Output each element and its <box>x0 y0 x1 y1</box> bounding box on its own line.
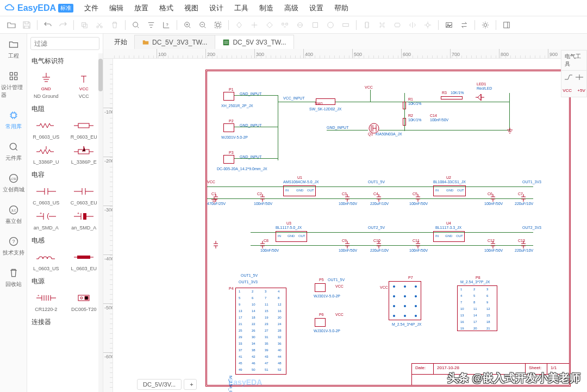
scrollbar-thumb[interactable] <box>98 59 103 91</box>
component-item-cap[interactable]: C_0603_EU <box>65 183 103 208</box>
undo-icon[interactable] <box>41 18 55 32</box>
save-icon[interactable] <box>20 18 34 32</box>
component-item-pot[interactable]: L_3386P_E <box>65 142 103 167</box>
menu-view[interactable]: 视图 <box>180 1 203 15</box>
component-item-power[interactable]: +CR1220-2 <box>27 289 65 314</box>
zoom-out-icon[interactable] <box>196 18 210 32</box>
menu-settings[interactable]: 设置 <box>305 1 328 15</box>
tool-icon[interactable] <box>247 18 261 32</box>
pin-number: 47 <box>265 362 268 365</box>
net-icon[interactable] <box>575 74 584 80</box>
component-name: L_3386P_E <box>71 159 97 165</box>
component-item-pot[interactable]: L_3386P_U <box>27 142 65 167</box>
tool-icon[interactable] <box>278 18 292 32</box>
component-item-gnd[interactable]: GNDND Ground <box>27 69 65 101</box>
menu-help[interactable]: 帮助 <box>330 1 353 15</box>
tool-icon[interactable] <box>360 18 374 32</box>
pin-number: 30 <box>252 335 255 339</box>
component-item-inductor[interactable]: L_0603_US <box>27 248 65 273</box>
component-item-cap[interactable]: +an_SMD_A <box>27 208 65 233</box>
fit-icon[interactable] <box>211 18 225 32</box>
component-item-inductor[interactable]: L_0603_EU <box>65 248 103 273</box>
copy-icon[interactable] <box>77 18 91 32</box>
tab-start[interactable]: 开始 <box>107 35 135 49</box>
component-name: an_SMD_A <box>34 225 59 231</box>
component-name: C_0603_EU <box>71 200 97 206</box>
nav-support[interactable]: ?技术支持 <box>0 231 27 262</box>
redo-icon[interactable] <box>56 18 70 32</box>
pin-number: 18 <box>252 316 255 319</box>
component-item-cap[interactable]: +an_SMD_A <box>65 208 103 233</box>
tool-icon[interactable] <box>232 18 246 32</box>
menu-tools[interactable]: 工具 <box>230 1 253 15</box>
component-item-resistor[interactable]: R_0603_EU <box>65 117 103 142</box>
nav-design-manager[interactable]: 设计管理器 <box>0 65 27 104</box>
mosfet-icon <box>368 122 380 134</box>
partval: 100nF/50V <box>484 202 503 206</box>
filter-icon[interactable] <box>144 18 158 32</box>
menu-place[interactable]: 放置 <box>130 1 153 15</box>
tool-icon[interactable] <box>375 18 389 32</box>
svg-rect-0 <box>82 22 86 26</box>
cut-icon[interactable] <box>92 18 107 32</box>
pin-number: 3 <box>265 290 266 293</box>
menu-format[interactable]: 格式 <box>155 1 178 15</box>
tool-icon[interactable] <box>263 18 277 32</box>
tool-icon[interactable] <box>390 18 404 32</box>
component-item-cap[interactable]: C_0603_US <box>27 183 65 208</box>
schematic-canvas[interactable]: P1 GND_INPUT XH_2501R_2P_JX P2 GND_INPUT… <box>113 59 587 392</box>
gear-icon[interactable] <box>478 18 492 32</box>
query-icon[interactable]: ? <box>159 18 173 32</box>
partval: 220uF/10V <box>370 248 389 252</box>
tool-icon[interactable] <box>308 18 322 32</box>
pin-number: 28 <box>278 329 282 332</box>
open-icon[interactable] <box>4 18 18 32</box>
tool-icon[interactable] <box>339 18 353 32</box>
zoom-in-icon[interactable] <box>180 18 195 32</box>
pin-number: 12 <box>278 303 282 306</box>
tool-icon[interactable] <box>405 18 420 32</box>
menu-advanced[interactable]: 高级 <box>280 1 303 15</box>
pin-number: 46 <box>252 362 255 365</box>
scrollbar[interactable] <box>98 53 103 392</box>
menu-design[interactable]: 设计 <box>205 1 228 15</box>
add-sheet-button[interactable]: + <box>184 379 197 390</box>
component-list[interactable]: 电气标识符 GNDND Ground VCCVCC 电阻 R_0603_US R… <box>27 53 103 392</box>
tool-icon[interactable] <box>323 18 338 32</box>
tool-icon[interactable] <box>421 18 435 32</box>
filter-input[interactable] <box>30 37 99 50</box>
nav-trash[interactable]: 回收站 <box>0 262 27 294</box>
tab-file-schematic[interactable]: DC_5V 3V3_TW... <box>215 35 294 49</box>
pin-number: 20 <box>473 327 477 330</box>
flyout-vcc[interactable]: VCC <box>563 88 572 93</box>
electrical-tools-flyout[interactable]: 电气工具 VCC +5V <box>561 50 587 97</box>
delete-icon[interactable] <box>108 18 122 32</box>
nav-component-lib[interactable]: 元件库 <box>0 136 27 167</box>
nav-common-lib[interactable]: 常用库 <box>0 104 27 136</box>
component-item-power[interactable]: DC005-T20 <box>65 289 103 314</box>
nav-project[interactable]: 工程 <box>0 34 27 65</box>
menu-edit[interactable]: 编辑 <box>105 1 128 15</box>
pin-number: 6 <box>252 296 253 300</box>
ref: R3 <box>442 91 447 95</box>
switch <box>316 98 335 105</box>
nav-jlc[interactable]: JLC嘉立创 <box>0 199 27 231</box>
flyout-5v[interactable]: +5V <box>577 88 585 93</box>
sheet-tab[interactable]: DC_5V/3V... <box>137 379 182 390</box>
nav-lcsc[interactable]: LCSC立创商城 <box>0 167 27 199</box>
swap-icon[interactable] <box>457 18 471 32</box>
menu-manufacture[interactable]: 制造 <box>255 1 278 15</box>
image-icon[interactable] <box>442 18 456 32</box>
tool-icon[interactable] <box>293 18 307 32</box>
search-icon[interactable] <box>129 18 143 32</box>
component-item-resistor[interactable]: R_0603_US <box>27 117 65 142</box>
tab-file-project[interactable]: DC_5V_3V3_TW... <box>134 35 215 49</box>
wire-icon[interactable] <box>564 74 573 80</box>
component-item-vcc[interactable]: VCCVCC <box>65 69 103 101</box>
menu-file[interactable]: 文件 <box>80 1 103 15</box>
partval: 220uF/10V <box>515 202 533 206</box>
panel-icon[interactable] <box>499 18 514 32</box>
pin-number: 16 <box>278 309 282 313</box>
separator <box>228 20 229 30</box>
pin-number: 24 <box>278 322 282 326</box>
